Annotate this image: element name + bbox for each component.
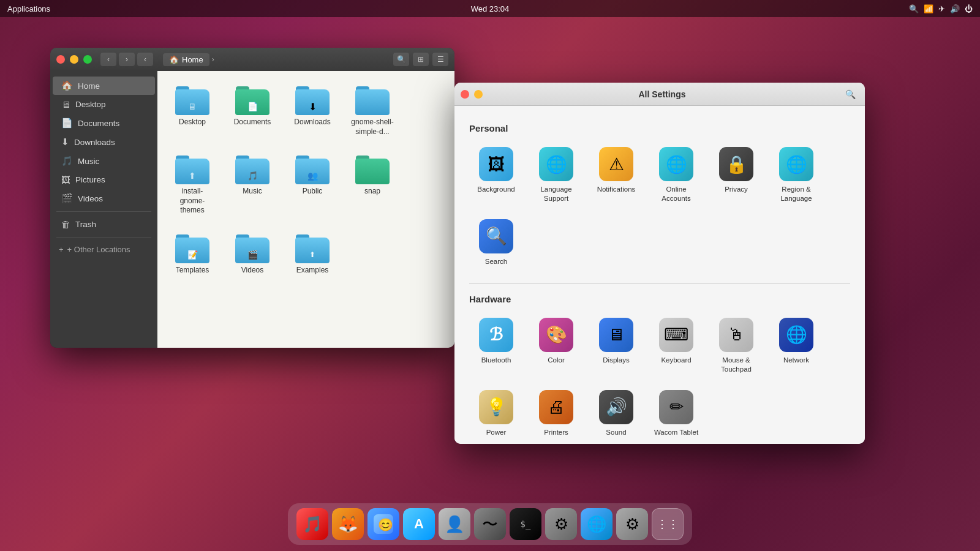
settings-power[interactable]: 💡 Power <box>469 385 523 442</box>
settings-title: All Settings <box>488 89 837 99</box>
file-item-music[interactable]: 🎵 Music <box>227 150 277 219</box>
settings-language[interactable]: 🌐 Language Support <box>529 142 583 208</box>
file-item-downloads[interactable]: ⬇ Downloads <box>287 81 337 140</box>
dock: 🎵 🦊 😊 A 👤 〜 $_ ⚙ 🌐 ⚙ ⋮⋮ <box>288 503 692 545</box>
settings-network[interactable]: 🌐 Network <box>769 313 823 379</box>
sidebar-divider <box>56 211 151 212</box>
settings-body: Personal 🖼 Background 🌐 Language Support… <box>454 106 865 444</box>
settings-window: All Settings 🔍 Personal 🖼 Background 🌐 L… <box>454 83 865 444</box>
view-grid-button[interactable]: ⊞ <box>413 53 429 66</box>
displays-icon: 🖥 <box>599 318 633 352</box>
maximize-button[interactable] <box>83 55 92 64</box>
music-icon: 🎵 <box>61 156 73 167</box>
settings-keyboard[interactable]: ⌨ Keyboard <box>649 313 703 379</box>
settings-notifications[interactable]: ⚠ Notifications <box>589 142 643 208</box>
mouse-icon: 🖱 <box>719 318 753 352</box>
settings-mouse[interactable]: 🖱 Mouse & Touchpad <box>709 313 763 379</box>
path-home[interactable]: 🏠 Home <box>163 53 209 66</box>
top-bar-right: 🔍 📶 ✈ 🔊 ⏻ <box>909 4 973 13</box>
settings-wacom[interactable]: ✏ Wacom Tablet <box>649 385 703 442</box>
personal-divider <box>469 283 850 284</box>
path-arrow: › <box>212 55 214 64</box>
search-icon: 🔍 <box>479 219 513 253</box>
sidebar-item-pictures[interactable]: 🖼 Pictures <box>53 171 155 189</box>
settings-privacy[interactable]: 🔒 Privacy <box>709 142 763 208</box>
hardware-grid: ℬ Bluetooth 🎨 Color 🖥 Displays ⌨ <box>469 313 850 442</box>
dock-music[interactable]: 🎵 <box>296 508 328 540</box>
search-indicator[interactable]: 🔍 <box>909 4 919 13</box>
file-item-install-gnome[interactable]: ⬆ install-gnome-themes <box>167 150 217 219</box>
nav-up-button[interactable]: ‹ <box>137 53 153 66</box>
language-icon: 🌐 <box>539 147 573 181</box>
settings-printers[interactable]: 🖨 Printers <box>529 385 583 442</box>
settings-bluetooth[interactable]: ℬ Bluetooth <box>469 313 523 379</box>
power-indicator[interactable]: ⏻ <box>965 4 973 13</box>
dock-appstore[interactable]: A <box>403 508 435 540</box>
dock-finder[interactable]: 😊 <box>368 508 399 540</box>
volume-indicator[interactable]: 🔊 <box>950 4 960 13</box>
sidebar-item-desktop[interactable]: 🖥 Desktop <box>53 96 155 113</box>
menu-button[interactable]: ☰ <box>432 53 448 66</box>
dock-grid[interactable]: ⋮⋮ <box>652 508 684 540</box>
documents-icon: 📄 <box>61 118 73 129</box>
top-bar-clock: Wed 23:04 <box>471 4 510 13</box>
online-accounts-icon: 🌐 <box>659 147 693 181</box>
pictures-icon: 🖼 <box>61 174 70 185</box>
path-bar: 🏠 Home › <box>163 53 383 66</box>
minimize-button[interactable] <box>70 55 78 64</box>
region-icon: 🌐 <box>779 147 813 181</box>
settings-minimize-button[interactable] <box>474 90 483 99</box>
file-item-examples[interactable]: ⬆ Examples <box>287 229 337 279</box>
settings-close-button[interactable] <box>461 90 469 99</box>
dock-browser[interactable]: 🌐 <box>581 508 612 540</box>
settings-region[interactable]: 🌐 Region & Language <box>769 142 823 208</box>
dock-terminal[interactable]: $_ <box>510 508 541 540</box>
sidebar-item-home[interactable]: 🏠 Home <box>53 77 155 95</box>
dock-wave[interactable]: 〜 <box>474 508 506 540</box>
sidebar-item-trash[interactable]: 🗑 Trash <box>53 216 155 233</box>
dock-firefox[interactable]: 🦊 <box>332 508 364 540</box>
notifications-icon: ⚠ <box>599 147 633 181</box>
bluetooth-icon: ℬ <box>479 318 513 352</box>
dock-face[interactable]: 👤 <box>439 508 470 540</box>
settings-search-button[interactable]: 🔍 <box>842 88 859 101</box>
nav-forward-button[interactable]: › <box>119 53 135 66</box>
sidebar-item-downloads[interactable]: ⬇ Downloads <box>53 133 155 151</box>
privacy-icon: 🔒 <box>719 147 753 181</box>
airplane-indicator[interactable]: ✈ <box>938 4 945 13</box>
search-button[interactable]: 🔍 <box>393 53 409 66</box>
file-manager-body: 🏠 Home 🖥 Desktop 📄 Documents ⬇ Downloads… <box>50 71 454 348</box>
network-indicator[interactable]: 📶 <box>924 4 933 13</box>
sidebar-item-documents[interactable]: 📄 Documents <box>53 114 155 132</box>
settings-color[interactable]: 🎨 Color <box>529 313 583 379</box>
dock-system-settings[interactable]: ⚙ <box>545 508 577 540</box>
file-item-templates[interactable]: 📝 Templates <box>167 229 217 279</box>
background-icon: 🖼 <box>479 147 513 181</box>
desktop-icon: 🖥 <box>61 99 70 110</box>
settings-search[interactable]: 🔍 Search <box>469 214 523 271</box>
file-item-documents[interactable]: 📄 Documents <box>227 81 277 140</box>
color-icon: 🎨 <box>539 318 573 352</box>
nav-back-button[interactable]: ‹ <box>100 53 116 66</box>
sidebar-item-videos[interactable]: 🎬 Videos <box>53 189 155 208</box>
close-button[interactable] <box>56 55 65 64</box>
settings-sound[interactable]: 🔊 Sound <box>589 385 643 442</box>
trash-icon: 🗑 <box>61 219 70 230</box>
applications-menu[interactable]: Applications <box>7 4 50 13</box>
file-item-desktop[interactable]: 🖥 Desktop <box>167 81 217 140</box>
settings-online-accounts[interactable]: 🌐 Online Accounts <box>649 142 703 208</box>
keyboard-icon: ⌨ <box>659 318 693 352</box>
dock-prefs[interactable]: ⚙ <box>616 508 648 540</box>
file-manager-window: ‹ › ‹ 🏠 Home › 🔍 ⊞ ☰ 🏠 Home 🖥 Deskt <box>50 48 454 348</box>
settings-displays[interactable]: 🖥 Displays <box>589 313 643 379</box>
top-bar: Applications Wed 23:04 🔍 📶 ✈ 🔊 ⏻ <box>0 0 980 17</box>
hardware-section-title: Hardware <box>469 294 850 304</box>
file-item-videos[interactable]: 🎬 Videos <box>227 229 277 279</box>
sidebar-item-music[interactable]: 🎵 Music <box>53 152 155 170</box>
settings-background[interactable]: 🖼 Background <box>469 142 523 208</box>
file-item-public[interactable]: 👥 Public <box>287 150 337 219</box>
top-bar-left: Applications <box>7 4 50 13</box>
file-item-snap[interactable]: snap <box>347 150 398 219</box>
other-locations[interactable]: + + Other Locations <box>50 241 157 258</box>
file-item-gnome-shell[interactable]: gnome-shell-simple-d... <box>347 81 398 140</box>
